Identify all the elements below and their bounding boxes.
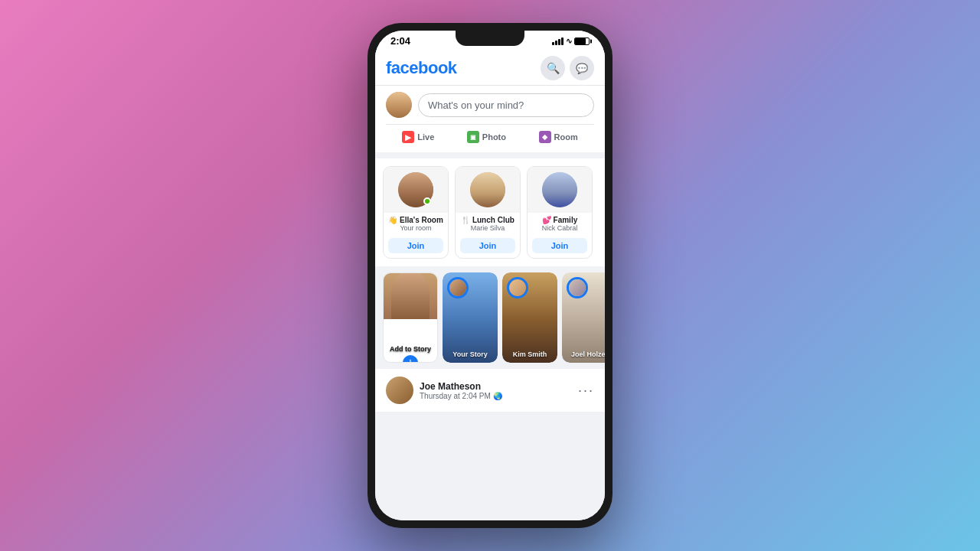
your-story-bg: Your Story [443,272,498,363]
room-title-ella: Ella's Room [400,216,443,224]
user-avatar-small [386,92,412,118]
messenger-icon: 💬 [576,63,588,74]
room-name-family: 💕 Family [532,216,587,224]
live-button[interactable]: ▶ Live [397,128,439,146]
story-add-photo [384,273,437,319]
your-story-label: Your Story [443,350,498,358]
content-area: facebook 🔍 💬 What's on your mind? [375,50,605,520]
post-input-row: What's on your mind? [386,92,594,118]
story-card-your[interactable]: Your Story [443,272,498,363]
post-actions: ▶ Live ▣ Photo ◆ Room [386,124,594,146]
room-avatar-lunch [470,172,505,207]
post-user-details: Joe Matheson Thursday at 2:04 PM 🌏 [420,381,502,400]
live-label: Live [417,132,434,142]
signal-bars-icon [552,37,564,45]
room-title-lunch: Lunch Club [472,216,514,224]
privacy-icon: 🌏 [493,392,502,400]
room-sub-family: Nick Cabral [532,224,587,232]
room-emoji-ella: 👋 [388,216,397,224]
wifi-icon: ∿ [566,37,572,45]
live-icon: ▶ [402,131,414,143]
post-more-button[interactable]: ··· [578,383,594,399]
post-box: What's on your mind? ▶ Live ▣ Photo ◆ Ro… [375,86,605,158]
room-label: Room [554,132,578,142]
notch [456,31,524,46]
status-time: 2:04 [390,35,410,47]
messenger-button[interactable]: 💬 [570,56,594,80]
room-avatar-wrap-ella [384,167,448,213]
joel-story-label: Joel Holzer [562,350,605,358]
story-card-kim[interactable]: Kim Smith [502,272,557,363]
room-sub-lunch: Marie Silva [460,224,515,232]
status-icons: ∿ [552,37,590,45]
room-avatar-family [542,172,577,207]
join-button-family[interactable]: Join [532,238,587,253]
battery-fill [575,38,586,44]
room-info-ella: 👋 Ella's Room Your room [384,213,448,235]
search-icon: 🔍 [547,62,560,74]
facebook-header: facebook 🔍 💬 [375,50,605,86]
add-story-icon: + [400,353,420,363]
facebook-logo: facebook [386,58,457,78]
post-input[interactable]: What's on your mind? [418,93,594,117]
post-time: Thursday at 2:04 PM 🌏 [420,392,502,400]
story-person-silhouette [391,273,430,319]
your-story-avatar-ring [447,277,469,298]
photo-label: Photo [482,132,506,142]
story-card-add[interactable]: + Add to Story [383,272,438,363]
battery-icon [574,37,590,45]
phone-screen: 2:04 ∿ facebook [375,31,605,520]
room-avatar-wrap-lunch [456,167,520,213]
room-emoji-family: 💕 [542,216,551,224]
room-sub-ella: Your room [388,224,443,232]
add-story-label: Add to Story [390,333,431,353]
joel-story-bg: Joel Holzer [562,272,605,363]
room-button[interactable]: ◆ Room [534,128,583,146]
room-card-family[interactable]: 💕 Family Nick Cabral Join [527,166,593,259]
room-info-lunch: 🍴 Lunch Club Marie Silva [456,213,520,235]
post-preview: Joe Matheson Thursday at 2:04 PM 🌏 ··· [375,369,605,412]
kim-story-label: Kim Smith [502,350,557,358]
phone-shell: 2:04 ∿ facebook [368,23,612,528]
kim-story-avatar-ring [507,277,528,298]
room-title-family: Family [554,216,578,224]
room-card-ella[interactable]: 👋 Ella's Room Your room Join [383,166,449,259]
story-card-joel[interactable]: Joel Holzer [562,272,605,363]
rooms-scroll: 👋 Ella's Room Your room Join [383,166,597,259]
post-avatar [386,377,413,404]
stories-section: + Add to Story Your Story [375,272,605,369]
header-icons: 🔍 💬 [541,56,594,80]
post-user-info: Joe Matheson Thursday at 2:04 PM 🌏 [386,377,502,404]
post-user-name: Joe Matheson [420,381,502,392]
photo-button[interactable]: ▣ Photo [462,128,511,146]
room-name-ella: 👋 Ella's Room [388,216,443,224]
room-icon: ◆ [539,131,551,143]
room-name-lunch: 🍴 Lunch Club [460,216,515,224]
joel-story-avatar-ring [567,277,588,298]
rooms-section: 👋 Ella's Room Your room Join [375,158,605,266]
join-button-lunch[interactable]: Join [460,238,515,253]
join-button-ella[interactable]: Join [388,238,443,253]
search-button[interactable]: 🔍 [541,56,565,80]
room-emoji-lunch: 🍴 [461,216,470,224]
room-avatar-wrap-family [528,167,592,213]
online-indicator-ella [423,197,431,205]
kim-story-bg: Kim Smith [502,272,557,363]
photo-icon: ▣ [467,131,479,143]
room-card-lunch[interactable]: 🍴 Lunch Club Marie Silva Join [455,166,521,259]
post-user-row: Joe Matheson Thursday at 2:04 PM 🌏 ··· [386,377,594,404]
room-info-family: 💕 Family Nick Cabral [528,213,592,235]
